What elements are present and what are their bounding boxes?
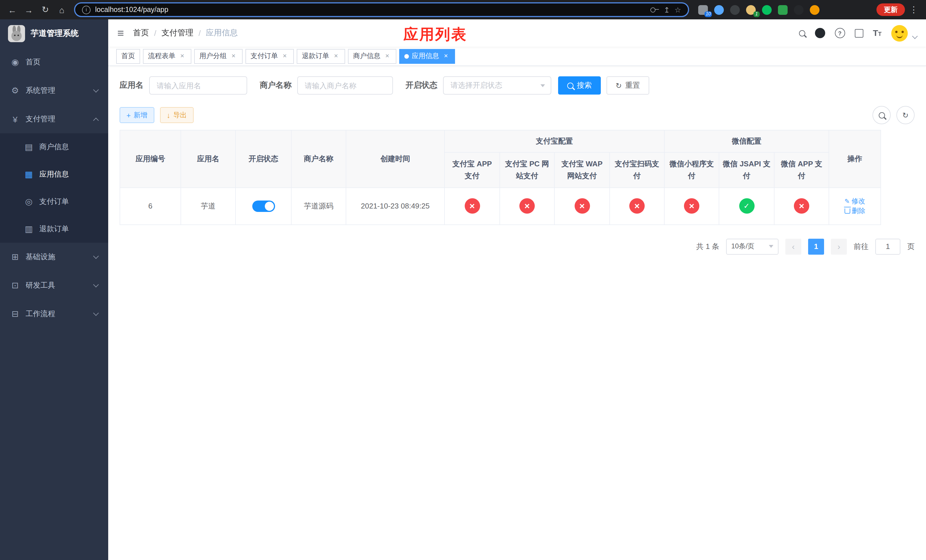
browser-menu-icon[interactable]: ⋮ xyxy=(906,2,921,17)
sidebar-item-dev-tools[interactable]: ⊡ 研发工具 xyxy=(0,271,108,300)
extensions-area: 10 1 xyxy=(698,5,820,15)
cell-alipay-wap xyxy=(554,188,610,225)
page-size-select[interactable]: 10条/页 xyxy=(726,239,779,255)
tab-label: 用户分组 xyxy=(199,51,227,61)
back-icon[interactable]: ← xyxy=(5,2,20,17)
search-icon[interactable] xyxy=(799,30,805,36)
tab-close-icon[interactable]: × xyxy=(442,52,450,60)
sidebar-item-refund-order[interactable]: ▥ 退款订单 xyxy=(0,215,108,243)
delete-button[interactable]: 删除 xyxy=(844,206,865,216)
active-tab-dot xyxy=(404,54,409,58)
tab-refund-order[interactable]: 退款订单× xyxy=(297,49,345,64)
dashboard-icon: ◉ xyxy=(10,57,20,67)
cell-alipay-app xyxy=(445,188,500,225)
extension-icon-chess[interactable] xyxy=(794,5,803,15)
table-toolbar: + 新增 ↓ 导出 ↻ xyxy=(120,106,915,124)
prev-page-button[interactable]: ‹ xyxy=(785,239,801,255)
sidebar-item-system[interactable]: ⚙ 系统管理 xyxy=(0,76,108,105)
navbar-actions: ? TT xyxy=(799,25,917,41)
search-button[interactable]: 搜索 xyxy=(558,76,601,95)
extension-icon-avatar[interactable]: 1 xyxy=(746,5,756,15)
chevron-down-icon xyxy=(93,310,99,316)
github-icon[interactable] xyxy=(815,28,825,38)
user-avatar[interactable] xyxy=(891,25,908,41)
card-icon: ▤ xyxy=(24,142,33,152)
site-info-icon[interactable]: i xyxy=(82,5,91,14)
password-key-icon[interactable] xyxy=(651,7,656,12)
sidebar-item-infra[interactable]: ⊞ 基础设施 xyxy=(0,243,108,271)
sidebar-item-pay-order[interactable]: ◎ 支付订单 xyxy=(0,188,108,215)
goto-page-input[interactable] xyxy=(875,239,900,255)
tab-user-group[interactable]: 用户分组× xyxy=(194,49,243,64)
add-button[interactable]: + 新增 xyxy=(120,107,154,123)
status-select[interactable]: 请选择开启状态 xyxy=(443,76,551,95)
chevron-down-icon xyxy=(93,87,99,92)
col-header-wx-jsapi: 微信 JSAPI 支付 xyxy=(719,152,774,188)
next-page-button[interactable]: › xyxy=(831,239,847,255)
merchant-name-input[interactable] xyxy=(297,76,393,95)
browser-update-button[interactable]: 更新 xyxy=(876,3,905,16)
extension-icon-grid[interactable]: 10 xyxy=(698,5,708,15)
tab-home[interactable]: 首页 xyxy=(116,49,140,64)
extension-icon-wechat-devtools[interactable] xyxy=(762,5,772,15)
reload-icon[interactable]: ↻ xyxy=(38,2,53,17)
app-name-input[interactable] xyxy=(149,76,247,95)
sidebar-item-workflow[interactable]: ⊟ 工作流程 xyxy=(0,300,108,328)
export-button[interactable]: ↓ 导出 xyxy=(160,107,194,123)
breadcrumb-pay[interactable]: 支付管理 xyxy=(162,28,193,38)
tab-close-icon[interactable]: × xyxy=(383,52,391,60)
download-icon: ↓ xyxy=(166,111,170,120)
wx-mini-status-icon xyxy=(684,198,699,214)
font-size-icon[interactable]: TT xyxy=(873,28,882,38)
home-icon[interactable]: ⌂ xyxy=(54,2,70,17)
tab-pay-order[interactable]: 支付订单× xyxy=(245,49,294,64)
sidebar-item-label: 基础设施 xyxy=(26,252,55,262)
col-header-wx-app: 微信 APP 支付 xyxy=(774,152,829,188)
tab-close-icon[interactable]: × xyxy=(230,52,238,60)
edit-button[interactable]: ✎修改 xyxy=(844,197,865,206)
toggle-search-button[interactable] xyxy=(873,106,891,124)
col-header-status: 开启状态 xyxy=(236,130,291,188)
reset-button[interactable]: ↻ 重置 xyxy=(607,76,649,95)
col-header-alipay-app: 支付宝 APP 支付 xyxy=(445,152,500,188)
chevron-down-icon xyxy=(540,84,545,87)
extension-icon-green-square[interactable] xyxy=(778,5,788,15)
tab-close-icon[interactable]: × xyxy=(281,52,289,60)
tab-close-icon[interactable]: × xyxy=(178,52,186,60)
sidebar-item-merchant-info[interactable]: ▤ 商户信息 xyxy=(0,133,108,160)
help-icon[interactable]: ? xyxy=(835,28,845,38)
tab-merchant-info[interactable]: 商户信息× xyxy=(348,49,396,64)
infra-icon: ⊞ xyxy=(10,252,20,262)
chevron-down-icon xyxy=(93,253,99,259)
extension-icon-face[interactable] xyxy=(810,5,820,15)
tab-process-form[interactable]: 流程表单× xyxy=(143,49,191,64)
alipay-wap-status-icon xyxy=(574,198,590,214)
sidebar-item-label: 研发工具 xyxy=(26,280,55,291)
share-icon[interactable]: ↥ xyxy=(664,5,670,14)
sidebar-item-label: 退款订单 xyxy=(39,224,69,234)
cell-merchant: 芋道源码 xyxy=(291,188,346,225)
hamburger-icon[interactable]: ≡ xyxy=(117,26,124,39)
url-bar[interactable]: i localhost:1024/pay/app ↥ ☆ xyxy=(74,2,689,17)
breadcrumb-home[interactable]: 首页 xyxy=(133,28,149,38)
extension-icon-drop[interactable] xyxy=(714,5,724,15)
flow-icon: ⊟ xyxy=(10,309,20,319)
status-toggle[interactable] xyxy=(252,201,275,212)
tab-app-info[interactable]: 应用信息× xyxy=(399,49,455,64)
sidebar-menu: ◉ 首页 ⚙ 系统管理 ¥ 支付管理 ▤ 商户信息 ▦ 应用信息 xyxy=(0,48,108,328)
forward-icon[interactable]: → xyxy=(21,2,36,17)
avatar-caret-icon[interactable] xyxy=(912,33,918,39)
tab-close-icon[interactable]: × xyxy=(332,52,340,60)
group-header-wechat: 微信配置 xyxy=(664,130,829,152)
sidebar-item-home[interactable]: ◉ 首页 xyxy=(0,48,108,76)
refresh-table-button[interactable]: ↻ xyxy=(896,106,915,124)
current-page-button[interactable]: 1 xyxy=(808,239,824,255)
fullscreen-icon[interactable] xyxy=(855,29,863,37)
app-title: 芋道管理系统 xyxy=(31,29,79,39)
extension-icon-dark[interactable] xyxy=(730,5,740,15)
tool-icon: ⊡ xyxy=(10,280,20,291)
sidebar-item-pay[interactable]: ¥ 支付管理 xyxy=(0,105,108,133)
sidebar-item-app-info[interactable]: ▦ 应用信息 xyxy=(0,160,108,188)
search-icon xyxy=(878,112,885,118)
bookmark-star-icon[interactable]: ☆ xyxy=(675,5,681,14)
